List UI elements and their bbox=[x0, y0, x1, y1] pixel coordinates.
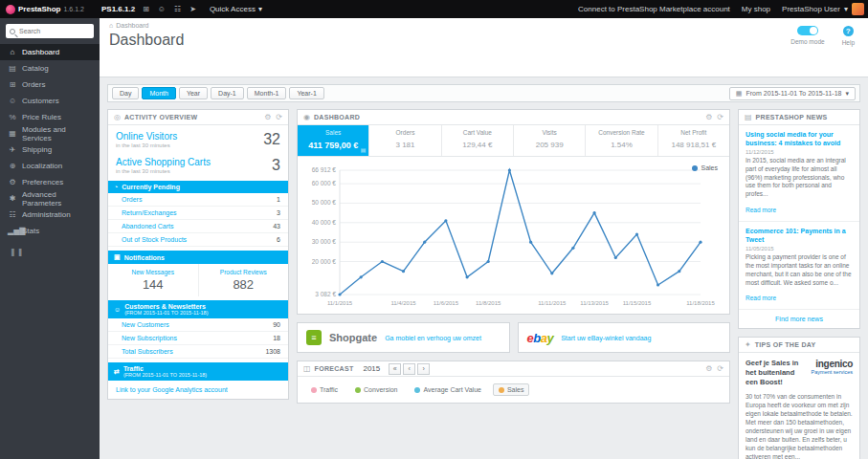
gear-icon[interactable]: ⚙ bbox=[705, 113, 712, 121]
traffic-header: ⇄ Traffic (FROM 2015-11-01 TO 2015-11-18… bbox=[108, 362, 288, 381]
news-article-title[interactable]: Using social media for your business: 4 … bbox=[746, 130, 853, 147]
rocket-icon[interactable]: ➤ bbox=[189, 5, 196, 13]
group-icon: ☷ bbox=[8, 210, 17, 219]
cart-icon[interactable]: ⊞ bbox=[143, 5, 149, 13]
svg-text:60 000 €: 60 000 € bbox=[312, 180, 337, 186]
chart-icon: ▂▅▇ bbox=[8, 227, 17, 235]
filter-year-button[interactable]: Year bbox=[179, 87, 208, 99]
sidebar-item-advanced-parameters[interactable]: ✱Advanced Parameters bbox=[0, 190, 100, 207]
date-filter-bar: Day Month Year Day-1 Month-1 Year-1 ▦ Fr… bbox=[107, 84, 860, 102]
breadcrumb[interactable]: ⌂ Dashboard bbox=[109, 22, 858, 29]
ingenico-logo-subtext: Payment services bbox=[812, 369, 853, 375]
ebay-promo[interactable]: ebay Start uw eBay-winkel vandaag bbox=[518, 322, 731, 353]
search-icon bbox=[10, 29, 15, 34]
product-reviews-label: Product Reviews bbox=[201, 269, 287, 275]
person-icon[interactable]: ☺ bbox=[158, 5, 166, 13]
activity-panel-tools: ⚙ ⟳ bbox=[264, 113, 282, 121]
traffic-icon: ⇄ bbox=[114, 368, 120, 376]
sidebar-search[interactable] bbox=[6, 24, 94, 38]
kpi-tab-orders[interactable]: Orders 3 181 bbox=[369, 125, 441, 156]
date-range-picker[interactable]: ▦ From 2015-11-01 To 2015-11-18 ▾ bbox=[729, 87, 856, 100]
forecast-panel: ◫ FORECAST 2015 « ‹ › ⚙ ⟳ Traffic Conv bbox=[297, 361, 730, 404]
product-reviews-cell[interactable]: Product Reviews 882 bbox=[198, 264, 289, 296]
sidebar-item-catalog[interactable]: ▤Catalog bbox=[0, 60, 100, 76]
gear-icon[interactable]: ⚙ bbox=[705, 364, 712, 373]
forecast-prev-year-button[interactable]: « bbox=[389, 363, 401, 375]
forecast-legend-traffic[interactable]: Traffic bbox=[305, 383, 344, 396]
customers-row-total-subscribers[interactable]: Total Subscribers1308 bbox=[108, 345, 288, 359]
filter-year-1-button[interactable]: Year-1 bbox=[289, 87, 323, 99]
legend-label: Sales bbox=[507, 386, 524, 393]
kpi-tab-conversion-rate[interactable]: Conversion Rate 1.54% bbox=[586, 125, 657, 156]
active-carts-stat[interactable]: Active Shopping Carts in the last 30 min… bbox=[108, 151, 288, 177]
sidebar-item-customers[interactable]: ☺Customers bbox=[0, 93, 100, 109]
marketplace-link[interactable]: Connect to PrestaShop Marketplace accoun… bbox=[578, 5, 730, 13]
news-article-title[interactable]: Ecommerce 101: Payments in a Tweet bbox=[746, 227, 853, 244]
quick-access-label: Quick Access bbox=[210, 5, 256, 13]
clock-icon: ◔ bbox=[114, 184, 118, 190]
kpi-tab-visits[interactable]: Visits 205 939 bbox=[514, 125, 586, 156]
filter-month-1-button[interactable]: Month-1 bbox=[247, 87, 287, 99]
sidebar-item-price-rules[interactable]: %Price Rules bbox=[0, 109, 100, 125]
row-label: Total Subscribers bbox=[122, 348, 173, 355]
new-messages-cell[interactable]: New Messages 144 bbox=[108, 264, 198, 296]
ebay-promo-link[interactable]: Start uw eBay-winkel vandaag bbox=[561, 335, 651, 341]
pending-row-abandoned-carts[interactable]: Abandoned Carts43 bbox=[108, 220, 288, 233]
find-more-news-link[interactable]: Find more news bbox=[739, 310, 859, 328]
filter-day-button[interactable]: Day bbox=[112, 87, 139, 99]
forecast-panel-header: ◫ FORECAST 2015 « ‹ › ⚙ ⟳ bbox=[298, 361, 729, 377]
sidebar-item-dashboard[interactable]: ⌂Dashboard bbox=[0, 44, 100, 60]
customers-row-new-subscriptions[interactable]: New Subscriptions18 bbox=[108, 332, 288, 345]
pending-row-orders[interactable]: Orders1 bbox=[108, 193, 288, 207]
sidebar-collapse-toggle[interactable]: ❚❚ bbox=[0, 239, 100, 265]
sidebar-item-orders[interactable]: ⊞Orders bbox=[0, 76, 100, 93]
sidebar-item-localization[interactable]: ⊕Localization bbox=[0, 158, 100, 174]
customers-row-new-customers[interactable]: New Customers90 bbox=[108, 318, 288, 332]
prestashop-logo-icon bbox=[6, 5, 15, 14]
gear-icon[interactable]: ⚙ bbox=[264, 113, 271, 121]
shopgate-promo[interactable]: ≡ Shopgate Ga mobiel en verhoog uw omzet bbox=[297, 322, 510, 353]
kpi-tab-net-profit[interactable]: Net Profit 148 918,51 € bbox=[658, 125, 729, 156]
demo-mode-toggle[interactable] bbox=[797, 26, 818, 35]
forecast-next-button[interactable]: › bbox=[417, 363, 430, 375]
kpi-detail-icon: ▤ bbox=[361, 146, 367, 153]
pending-row-returns[interactable]: Return/Exchanges3 bbox=[108, 207, 288, 220]
kpi-tab-sales[interactable]: Sales 411 759,00 € ▤ bbox=[298, 125, 369, 156]
group-icon[interactable]: ☷ bbox=[174, 5, 181, 13]
quick-access-menu[interactable]: Quick Access ▾ bbox=[210, 5, 262, 13]
pending-row-out-of-stock[interactable]: Out of Stock Products6 bbox=[108, 233, 288, 247]
calendar-icon: ▦ bbox=[736, 90, 743, 98]
prestashop-logo[interactable]: PrestaShop 1.6.1.2 bbox=[0, 5, 100, 14]
forecast-prev-button[interactable]: ‹ bbox=[403, 363, 415, 375]
sidebar-item-shipping[interactable]: ✈Shipping bbox=[0, 142, 100, 158]
forecast-legend-average-cart-value[interactable]: Average Cart Value bbox=[409, 383, 486, 396]
read-more-link[interactable]: Read more bbox=[746, 295, 776, 301]
gear-icon: ⚙ bbox=[8, 178, 17, 186]
help-button[interactable]: ? bbox=[843, 26, 854, 36]
my-shop-link[interactable]: My shop bbox=[742, 5, 770, 13]
filter-day-1-button[interactable]: Day-1 bbox=[211, 87, 244, 99]
sidebar-item-stats[interactable]: ▂▅▇Stats bbox=[0, 223, 100, 239]
sidebar-item-administration[interactable]: ☷Administration bbox=[0, 207, 100, 223]
online-visitors-stat[interactable]: Online Visitors in the last 30 minutes 3… bbox=[108, 125, 288, 151]
forecast-legend-conversion[interactable]: Conversion bbox=[349, 383, 403, 396]
user-menu[interactable]: PrestaShop User ▾ bbox=[782, 3, 864, 15]
refresh-icon[interactable]: ⟳ bbox=[717, 364, 723, 373]
shopgate-promo-link[interactable]: Ga mobiel en verhoog uw omzet bbox=[385, 335, 481, 341]
sidebar-item-preferences[interactable]: ⚙Preferences bbox=[0, 174, 100, 190]
read-more-link[interactable]: Read more bbox=[746, 207, 776, 213]
forecast-legend-sales[interactable]: Sales bbox=[493, 383, 530, 396]
tips-body-text: 30 tot 70% van de consumenten in Europa … bbox=[746, 392, 853, 459]
google-analytics-link[interactable]: Link to your Google Analytics account bbox=[108, 381, 288, 399]
dashboard-panel-title: DASHBOARD bbox=[314, 114, 360, 120]
filter-month-button[interactable]: Month bbox=[142, 87, 175, 99]
kpi-tab-cart-value[interactable]: Cart Value 129,44 € bbox=[442, 125, 514, 156]
chart-legend[interactable]: Sales bbox=[692, 164, 718, 171]
refresh-icon[interactable]: ⟳ bbox=[276, 113, 282, 121]
refresh-icon[interactable]: ⟳ bbox=[717, 113, 723, 121]
chart-legend-label: Sales bbox=[701, 164, 718, 171]
sidebar-item-modules[interactable]: ▦Modules and Services bbox=[0, 125, 100, 142]
ebay-letter: b bbox=[533, 331, 540, 345]
search-input[interactable] bbox=[19, 28, 90, 34]
news-article-excerpt: In 2015, social media are an integral pa… bbox=[746, 157, 853, 199]
